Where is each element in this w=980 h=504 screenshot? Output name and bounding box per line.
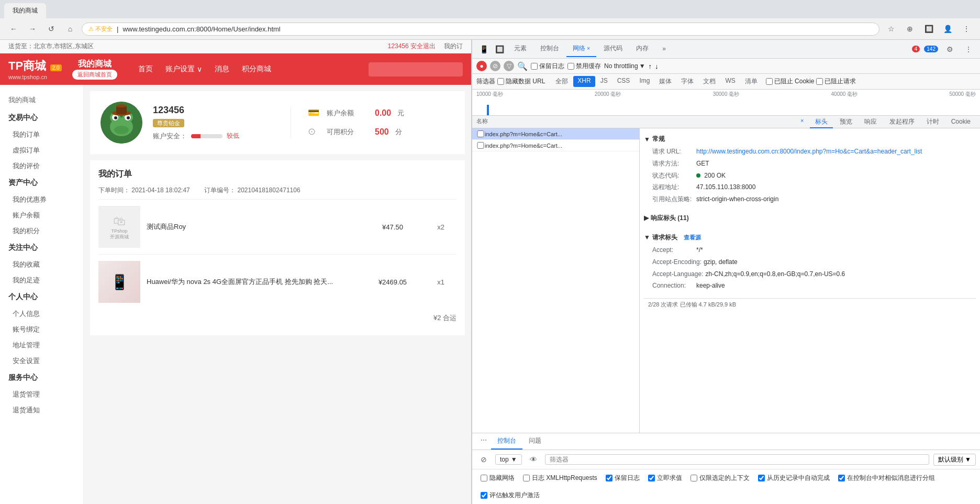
back-button[interactable]: ←: [6, 21, 21, 36]
option-log-xmlhttp-input[interactable]: [523, 475, 530, 481]
bookmark-icon[interactable]: ☆: [884, 21, 898, 36]
throttle-select[interactable]: No throttling ▼: [604, 62, 645, 70]
request-headers-title[interactable]: ▼ 请求标头 查看源: [644, 231, 976, 244]
tab-headers[interactable]: 标头: [810, 116, 833, 128]
tab-more[interactable]: »: [656, 42, 672, 57]
filter-font[interactable]: 字体: [677, 76, 698, 87]
console-eye-icon[interactable]: 👁: [526, 452, 541, 467]
devtools-inspect-icon[interactable]: 📱: [476, 42, 491, 57]
tab-preview[interactable]: 预览: [834, 116, 858, 128]
tab-network[interactable]: 网络 ×: [566, 41, 596, 57]
sidebar-item-footprint[interactable]: 我的足迹: [0, 272, 83, 288]
network-close-icon[interactable]: ×: [587, 46, 590, 51]
req-checkbox-2[interactable]: [476, 142, 485, 149]
nav-home[interactable]: 首页: [138, 64, 153, 74]
sidebar-item-coupons[interactable]: 我的优惠券: [0, 192, 83, 207]
option-group-similar-input[interactable]: [838, 475, 845, 481]
option-eager-eval-input[interactable]: [648, 475, 655, 481]
block-request-checkbox[interactable]: 已阻止请求: [816, 77, 856, 86]
tab-elements[interactable]: 元素: [508, 41, 533, 57]
request-item-1[interactable]: index.php?m=Home&c=Cart...: [472, 128, 639, 140]
record-button[interactable]: ●: [476, 61, 487, 71]
disable-cache-checkbox[interactable]: 禁用缓存: [567, 62, 601, 71]
block-request-input[interactable]: [816, 78, 823, 85]
sidebar-item-my-orders[interactable]: 我的订单: [0, 127, 83, 143]
extension-icon[interactable]: 🔲: [921, 21, 936, 36]
option-hide-network-input[interactable]: [481, 475, 487, 481]
filter-media[interactable]: 媒体: [655, 76, 676, 87]
option-eager-eval[interactable]: 立即求值: [648, 474, 682, 483]
search-button[interactable]: 🔍: [517, 61, 528, 71]
filter-button[interactable]: ▽: [504, 61, 514, 71]
console-context-select[interactable]: top ▼: [495, 454, 522, 465]
preserve-log-input[interactable]: [531, 63, 538, 70]
request-item-2[interactable]: index.php?m=Home&c=Cart...: [472, 140, 639, 151]
option-hide-network[interactable]: 隐藏网络: [481, 474, 515, 483]
sidebar-item-address[interactable]: 地址管理: [0, 337, 83, 353]
sidebar-item-my-reviews[interactable]: 我的评价: [0, 158, 83, 174]
tab-cookies[interactable]: Cookie: [946, 116, 976, 128]
req-checkbox-1[interactable]: [476, 130, 485, 137]
view-source-link[interactable]: 查看源: [684, 234, 701, 242]
sidebar-item-account-bind[interactable]: 账号绑定: [0, 322, 83, 337]
sidebar-item-personal-info[interactable]: 个人信息: [0, 306, 83, 322]
option-user-activation-input[interactable]: [481, 492, 487, 499]
option-autocomplete-input[interactable]: [758, 475, 765, 481]
general-title[interactable]: ▼ 常规: [644, 133, 976, 146]
settings-icon[interactable]: ⚙: [942, 42, 957, 57]
option-preserve-log-input[interactable]: [606, 475, 612, 481]
refresh-button[interactable]: ↺: [44, 21, 59, 36]
option-autocomplete[interactable]: 从历史记录中自动完成: [758, 474, 830, 483]
console-tab-console[interactable]: 控制台: [491, 433, 522, 450]
forward-button[interactable]: →: [25, 21, 40, 36]
filter-css[interactable]: CSS: [613, 76, 634, 87]
user-info[interactable]: 123456 安全退出: [388, 42, 436, 51]
url-bar[interactable]: ⚠ 不安全 | www.testingedu.com.cn:8000/Home/…: [82, 23, 879, 36]
browser-tab[interactable]: 我的商城: [4, 3, 46, 18]
console-filter-input[interactable]: [545, 454, 929, 465]
more-tools-icon[interactable]: ⋮: [961, 42, 976, 57]
nav-account-settings[interactable]: 账户设置 ∨: [165, 64, 202, 74]
console-level-select[interactable]: 默认级别 ▼: [933, 454, 976, 466]
console-dots-icon[interactable]: ⋯: [476, 433, 491, 450]
block-cookie-input[interactable]: [766, 78, 773, 85]
home-button[interactable]: ⌂: [63, 21, 77, 36]
search-input[interactable]: [369, 62, 463, 76]
sidebar-item-virtual-orders[interactable]: 虚拟订单: [0, 143, 83, 158]
option-selected-context-input[interactable]: [691, 475, 697, 481]
hide-data-url-checkbox[interactable]: 隐藏数据 URL: [497, 77, 545, 86]
filter-img[interactable]: Img: [635, 76, 654, 87]
tab-initiator[interactable]: 发起程序: [884, 116, 920, 128]
filter-doc[interactable]: 文档: [699, 76, 720, 87]
devtools-device-icon[interactable]: 🔲: [492, 42, 507, 57]
my-account-link[interactable]: 我的订: [444, 42, 463, 51]
filter-js[interactable]: JS: [596, 76, 612, 87]
console-tab-issues[interactable]: 问题: [522, 433, 548, 450]
tab-sources[interactable]: 源代码: [597, 41, 629, 57]
disable-cache-input[interactable]: [567, 63, 574, 70]
menu-icon[interactable]: ⋮: [959, 21, 974, 36]
filter-xhr[interactable]: XHR: [573, 76, 595, 87]
sidebar-item-favorites[interactable]: 我的收藏: [0, 257, 83, 272]
option-selected-context[interactable]: 仅限选定的上下文: [691, 474, 750, 483]
option-user-activation[interactable]: 评估触发用户激活: [481, 491, 540, 500]
nav-message[interactable]: 消息: [215, 64, 229, 74]
hide-data-url-input[interactable]: [497, 78, 504, 85]
console-clear-icon[interactable]: ⊘: [476, 452, 491, 467]
stop-button[interactable]: ⊘: [490, 61, 500, 71]
filter-ws[interactable]: WS: [721, 76, 739, 87]
back-to-store-button[interactable]: 返回商城首页: [72, 70, 117, 80]
preserve-log-checkbox[interactable]: 保留日志: [531, 62, 564, 71]
request-detail-close[interactable]: ×: [800, 117, 804, 126]
sidebar-item-returns[interactable]: 退货管理: [0, 387, 83, 402]
sidebar-item-points[interactable]: 我的积分: [0, 223, 83, 239]
sidebar-item-balance[interactable]: 账户余额: [0, 207, 83, 223]
sidebar-item-return-notify[interactable]: 退货通知: [0, 402, 83, 418]
sidebar-item-security[interactable]: 安全设置: [0, 353, 83, 369]
profile-icon[interactable]: ⊕: [903, 21, 917, 36]
response-headers-title[interactable]: ▶ 响应标头 (11): [644, 212, 976, 225]
tab-console[interactable]: 控制台: [534, 41, 565, 57]
option-log-xmlhttp[interactable]: 日志 XMLHttpRequests: [523, 474, 597, 483]
option-group-similar[interactable]: 在控制台中对相似消息进行分组: [838, 474, 935, 483]
tab-timing[interactable]: 计时: [921, 116, 944, 128]
